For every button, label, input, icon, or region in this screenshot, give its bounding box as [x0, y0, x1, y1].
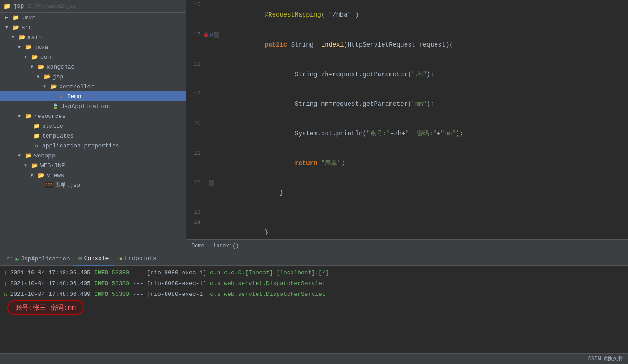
sidebar-item-mvn[interactable]: ▶ 📁 .mvn — [0, 13, 186, 22]
sidebar-label-webapp: webapp — [34, 152, 55, 159]
sidebar-label-src: src — [22, 24, 32, 31]
line-num-23: 23 — [186, 208, 205, 217]
line-num-24: 24 — [186, 217, 205, 227]
sidebar-label-static: static — [42, 123, 63, 130]
bottom-panel: n: ▶ JspApplication ▤ Console ⊕ Endpoint… — [0, 252, 628, 364]
code-line-18: 18 String zh=request.getParameter("zh"); — [186, 60, 628, 89]
project-header[interactable]: 📁 jsp E:\学习\web02\jsp — [0, 0, 186, 13]
arrow-mvn: ▶ — [5, 15, 12, 20]
code-area[interactable]: 16 @RequestMapping( "/nba" )────────────… — [186, 0, 628, 239]
main-area: 📁 jsp E:\学习\web02\jsp ▶ 📁 .mvn ▼ 📂 src ▼… — [0, 0, 628, 252]
code-line-24: 24 } — [186, 217, 628, 239]
sidebar-item-templates[interactable]: ▶ 📁 templates — [0, 131, 186, 141]
sidebar-item-com[interactable]: ▼ 📂 com — [0, 52, 186, 62]
sidebar-label-kongchao: kongchao — [47, 64, 74, 70]
run-icon: ▶ — [15, 256, 19, 263]
folder-main-icon: 📂 — [18, 34, 26, 40]
run-tab-label[interactable]: JspApplication — [21, 256, 70, 262]
breadcrumb-sep: › — [207, 243, 210, 249]
log-level-3: INFO — [94, 290, 108, 299]
line-content-21: return "表单"; — [218, 148, 628, 178]
tab-endpoints-label: Endpoints — [125, 255, 157, 262]
sidebar-item-WEB-INF[interactable]: ▼ 📂 WEB-INF — [0, 160, 186, 170]
sidebar-label-templates: templates — [42, 133, 74, 139]
folder-resources-icon: 📂 — [24, 113, 32, 119]
gutter-22: ⬛ — [205, 178, 218, 188]
sidebar-item-webapp[interactable]: ▼ 📂 webapp — [0, 151, 186, 160]
tab-endpoints[interactable]: ⊕ Endpoints — [114, 252, 161, 266]
sidebar-label-views: views — [47, 172, 64, 179]
code-line-21: 21 return "表单"; — [186, 148, 628, 178]
console-content[interactable]: ↑ 2021-10-04 17:48:06.405 INFO 53380 ---… — [0, 266, 628, 353]
log-class-1: o.a.c.c.C.[Tomcat].[localhost].[/] — [210, 268, 329, 278]
sidebar-item-src[interactable]: ▼ 📂 src — [0, 22, 186, 32]
sidebar-item-resources[interactable]: ▼ 📂 resources — [0, 111, 186, 121]
folder-com-icon: 📂 — [31, 54, 39, 60]
up-arrow-icon: ↑ — [4, 268, 7, 278]
arrow-resources: ▼ — [18, 114, 24, 119]
sidebar-label-mvn: .mvn — [22, 14, 35, 21]
log-thread-3: [nio-8080-exec-1] — [147, 290, 207, 299]
arrow-webapp: ▼ — [18, 153, 24, 158]
arrow-main: ▼ — [12, 35, 18, 40]
sidebar-item-static[interactable]: ▶ 📁 static — [0, 121, 186, 131]
sidebar-label-main: main — [28, 34, 42, 41]
folder-java-icon: 📂 — [24, 44, 32, 50]
log-line-3: ↻ 2021-10-04 17:48:06.409 INFO 53380 ---… — [0, 289, 628, 300]
folder-mvn-icon: 📁 — [12, 14, 20, 21]
arrow-controller: ▼ — [43, 84, 49, 89]
sidebar-item-application-properties[interactable]: ▶ ⚙ application.properties — [0, 141, 186, 151]
sidebar-item-main[interactable]: ▼ 📂 main — [0, 32, 186, 42]
footer-label: CSDN @执久呀 — [588, 355, 624, 363]
folder-controller-icon: 📂 — [49, 83, 57, 90]
sidebar-label-controller: controller — [59, 83, 94, 90]
sidebar-item-controller[interactable]: ▼ 📂 controller — [0, 82, 186, 91]
highlight-text: 账号:张三 密码:mm — [7, 300, 84, 315]
breadcrumb-method[interactable]: index1() — [213, 243, 239, 249]
line-num-18: 18 — [186, 60, 205, 69]
sidebar-item-Demo[interactable]: ▶ C Demo — [0, 91, 186, 101]
reload-icon: ↻ — [4, 290, 7, 299]
tab-console-label: Console — [84, 255, 109, 262]
code-line-17: 17 🐞 @ ⬛ public String index1(HttpServle… — [186, 30, 628, 60]
line-content-24: } — [218, 217, 628, 239]
folder-templates-icon: 📁 — [32, 133, 40, 139]
debug-icon: 🐞 — [203, 30, 209, 40]
java-file-icon: C — [57, 93, 65, 100]
folder-views-icon: 📂 — [37, 172, 45, 178]
tab-console[interactable]: ▤ Console — [73, 252, 114, 266]
editor: 16 @RequestMapping( "/nba" )────────────… — [186, 0, 628, 252]
bookmark-22: ⬛ — [208, 178, 214, 188]
code-scroll[interactable]: 16 @RequestMapping( "/nba" )────────────… — [186, 0, 628, 239]
sidebar-item-JspApplication[interactable]: ▶ 🍃 JspApplication — [0, 101, 186, 111]
folder-kongchao-icon: 📂 — [37, 64, 45, 70]
line-num-20: 20 — [186, 119, 205, 129]
log-thread-2: [nio-8080-exec-1] — [147, 279, 206, 289]
console-icon: ▤ — [78, 255, 82, 262]
folder-src-icon: 📂 — [12, 24, 20, 30]
sidebar-label-JspApplication: JspApplication — [61, 103, 110, 110]
sidebar-item-java[interactable]: ▼ 📂 java — [0, 42, 186, 52]
log-port-1: 53380 — [112, 268, 129, 278]
annotation-icon: @ — [210, 30, 213, 40]
log-sep-1: --- — [133, 268, 143, 278]
code-line-23: 23 — [186, 208, 628, 217]
sidebar-label-biaodan: 表单.jsp — [55, 181, 80, 189]
log-sep-2: --- — [133, 279, 143, 289]
sidebar-item-views[interactable]: ▼ 📂 views — [0, 170, 186, 180]
breadcrumb-class[interactable]: Demo — [192, 243, 205, 249]
sidebar-item-jsp-pkg[interactable]: ▼ 📂 jsp — [0, 72, 186, 82]
bottom-footer: CSDN @执久呀 — [0, 353, 628, 364]
arrow-src: ▼ — [5, 25, 12, 30]
sidebar-label-props: application.properties — [42, 143, 119, 149]
props-icon: ⚙ — [32, 143, 40, 149]
sidebar-item-biaodan-jsp[interactable]: ▶ JSP 表单.jsp — [0, 180, 186, 190]
line-content-18: String zh=request.getParameter("zh"); — [218, 60, 628, 89]
sidebar-item-kongchao[interactable]: ▼ 📂 kongchao — [0, 62, 186, 72]
spring-icon: 🍃 — [51, 103, 59, 109]
line-num-21: 21 — [186, 148, 205, 158]
sidebar-label-java: java — [34, 44, 48, 51]
folder-jsp-pkg-icon: 📂 — [43, 74, 51, 80]
line-num-22: 22 — [186, 178, 205, 188]
sidebar-label-resources: resources — [34, 113, 65, 120]
